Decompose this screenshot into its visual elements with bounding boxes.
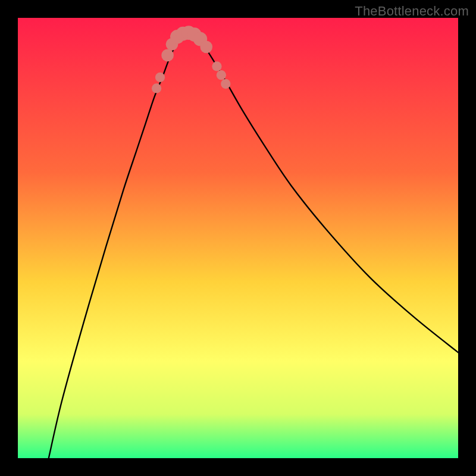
watermark-text: TheBottleneck.com (355, 4, 469, 19)
chart-stage: TheBottleneck.com (0, 0, 476, 476)
curve-dot (155, 73, 165, 82)
bottleneck-curve (49, 33, 458, 458)
curve-dot (152, 83, 161, 93)
curve-dots (152, 26, 230, 93)
curve-dot (217, 70, 226, 80)
curve-dot (221, 79, 230, 89)
curve-dot (200, 40, 212, 53)
curve-dot (161, 49, 174, 62)
curve-layer (18, 18, 458, 458)
curve-dot (212, 61, 221, 71)
plot-area (18, 18, 458, 458)
